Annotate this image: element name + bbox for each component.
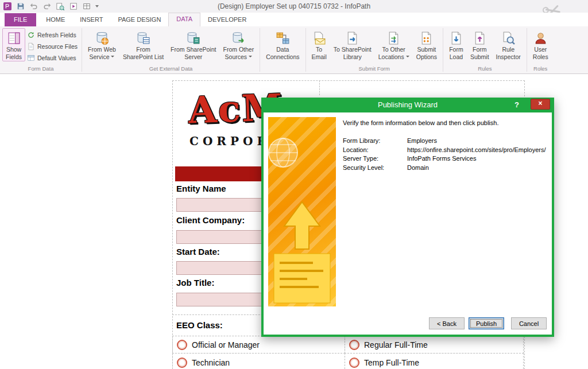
resource-files-button[interactable]: Resource Files	[25, 41, 79, 51]
to-sharepoint-library-button[interactable]: To SharePoint Library	[330, 28, 375, 61]
close-button[interactable]: ×	[531, 99, 550, 110]
user-roles-icon	[533, 30, 548, 46]
form-submit-icon	[473, 30, 487, 46]
ribbon-group-submit-form: To Email To SharePoint Library To Other …	[306, 26, 443, 73]
submit-options-icon	[419, 30, 434, 46]
cancel-button[interactable]: Cancel	[511, 317, 547, 329]
info-label: Server Type:	[343, 154, 407, 164]
info-label: Location:	[343, 146, 407, 155]
group-label: Get External Data	[83, 65, 258, 73]
button-label: Resource Files	[37, 43, 78, 50]
info-value: InfoPath Forms Services	[407, 154, 476, 164]
ribbon-group-roles: User Roles Roles	[527, 26, 554, 73]
undo-icon[interactable]	[29, 2, 38, 11]
from-sharepoint-server-button[interactable]: From SharePoint Server	[167, 28, 219, 61]
radio-icon[interactable]	[177, 358, 187, 368]
info-label: Form Library:	[343, 137, 407, 146]
button-label: From Other	[223, 46, 254, 53]
button-label: Form	[449, 46, 463, 53]
design-checker-icon[interactable]	[56, 2, 65, 11]
rule-inspector-button[interactable]: Rule Inspector	[493, 28, 524, 61]
group-label	[261, 65, 304, 73]
tab-home[interactable]: HOME	[38, 13, 72, 26]
document-icon	[27, 42, 35, 51]
publish-button[interactable]: Publish	[469, 317, 504, 329]
dropdown-caret-icon	[111, 56, 114, 57]
grid-icon	[27, 54, 35, 62]
radio-icon[interactable]	[349, 358, 359, 368]
to-other-locations-button[interactable]: To Other Locations	[375, 28, 413, 61]
eeo-option-regular-full-time[interactable]: Regular Full-Time	[345, 336, 524, 354]
radio-icon[interactable]	[349, 340, 359, 350]
default-values-button[interactable]: Default Values	[25, 53, 79, 63]
quick-access-toolbar	[3, 1, 99, 11]
eeo-option-temp-full-time[interactable]: Temp Full-Time	[345, 353, 524, 369]
button-label: From SharePoint	[171, 46, 216, 53]
preview-icon[interactable]	[69, 2, 78, 11]
form-load-button[interactable]: Form Load	[446, 28, 467, 61]
button-label: From	[136, 46, 150, 53]
button-label: To SharePoint	[334, 46, 372, 53]
start-date-label: Start Date:	[176, 247, 220, 257]
from-web-service-button[interactable]: From Web Service	[84, 28, 119, 61]
sharepoint-server-icon	[186, 30, 200, 46]
email-icon	[312, 30, 326, 46]
from-sharepoint-list-button[interactable]: From SharePoint List	[119, 28, 167, 61]
button-label: Server	[184, 53, 202, 61]
tab-data[interactable]: DATA	[168, 13, 200, 26]
tab-insert[interactable]: INSERT	[72, 13, 110, 26]
info-value: Employers	[407, 137, 437, 146]
button-label: Service	[89, 53, 109, 61]
customize-quick-access-icon[interactable]	[95, 5, 99, 7]
dialog-title-bar[interactable]: Publishing Wizard ? ×	[261, 98, 554, 112]
user-roles-button[interactable]: User Roles	[529, 28, 552, 61]
save-icon[interactable]	[16, 2, 25, 11]
client-company-label: Client Company:	[176, 215, 245, 225]
help-button[interactable]: ?	[512, 99, 522, 111]
tab-developer[interactable]: DEVELOPER	[200, 13, 254, 26]
button-label: Fields	[6, 53, 22, 61]
button-label: Options	[416, 53, 437, 61]
publishing-wizard-dialog: Publishing Wizard ? × Verify the form in…	[261, 98, 554, 337]
button-label: User	[534, 46, 547, 53]
back-button[interactable]: < Back	[429, 317, 465, 329]
title-bar: (Design) Employer Set up 040715 0732 - I…	[0, 0, 588, 13]
data-connections-button[interactable]: Data Connections	[262, 28, 303, 61]
eeo-option-official-or-manager[interactable]: Official or Manager	[172, 336, 345, 354]
group-label: Roles	[528, 65, 553, 73]
eeo-class-label: EEO Class:	[176, 320, 223, 330]
submit-options-button[interactable]: Submit Options	[413, 28, 440, 61]
ribbon-group-rules: Form Load Form Submit Rule Inspector	[443, 26, 527, 73]
tab-page-design[interactable]: PAGE DESIGN	[110, 13, 168, 26]
info-row: Security Level: Domain	[343, 164, 546, 173]
group-label: Form Data	[1, 65, 80, 73]
button-label: To	[316, 46, 322, 53]
button-label: Locations	[378, 53, 404, 61]
ribbon-group-data-connections: Data Connections	[260, 26, 305, 73]
to-email-button[interactable]: To Email	[308, 28, 330, 61]
eeo-option-technician[interactable]: Technician	[172, 353, 345, 369]
show-fields-button[interactable]: Show Fields	[2, 28, 25, 61]
show-fields-icon	[7, 30, 21, 46]
rule-inspector-icon	[501, 30, 516, 46]
radio-icon[interactable]	[177, 340, 187, 350]
dialog-body: Verify the form information below and th…	[264, 112, 552, 335]
dialog-message: Verify the form information below and th…	[343, 119, 544, 126]
ribbon-tab-row: FILE HOME INSERT PAGE DESIGN DATA DEVELO…	[0, 13, 588, 26]
option-label: Official or Manager	[192, 340, 260, 349]
info-label: Security Level:	[343, 164, 407, 173]
from-other-sources-button[interactable]: From Other Sources	[219, 28, 257, 61]
form-submit-button[interactable]: Form Submit	[467, 28, 493, 61]
infopath-logo-icon[interactable]	[3, 2, 12, 11]
window-title: (Design) Employer Set up 040715 0732 - I…	[126, 0, 462, 13]
button-label: Email	[312, 53, 327, 61]
table-icon[interactable]	[82, 2, 91, 11]
option-label: Technician	[192, 358, 230, 367]
info-row: Form Library: Employers	[343, 137, 546, 146]
data-connections-icon	[276, 30, 290, 46]
tab-file[interactable]: FILE	[5, 13, 36, 26]
ribbon-group-form-data: Show Fields Refresh Fields Resour	[0, 26, 82, 73]
refresh-fields-button[interactable]: Refresh Fields	[25, 30, 79, 40]
button-label: Show	[6, 46, 21, 53]
redo-icon[interactable]	[42, 2, 52, 11]
